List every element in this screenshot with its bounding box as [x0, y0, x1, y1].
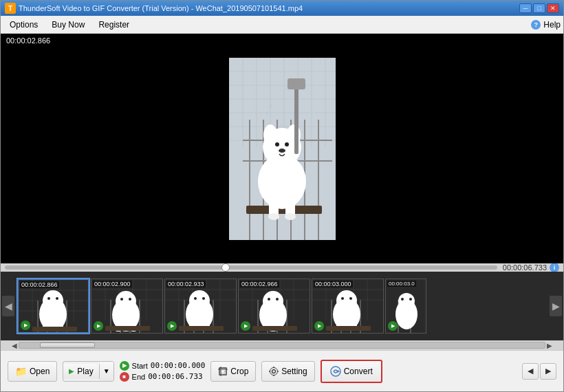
frame-time-4: 00:00:02.966 [240, 281, 279, 287]
svg-point-87 [189, 290, 210, 311]
svg-point-25 [263, 124, 277, 145]
play-icon: ▶ [69, 367, 74, 375]
film-frame-1[interactable]: 00:00:02.866 [17, 279, 89, 334]
svg-rect-128 [326, 326, 371, 331]
gear-icon [269, 367, 279, 376]
svg-point-52 [47, 297, 50, 300]
app-icon: T [5, 3, 16, 14]
close-button[interactable]: ✕ [547, 3, 559, 13]
frame-play-2[interactable]: ▶ [94, 321, 103, 331]
scrollbar-track[interactable] [19, 342, 545, 349]
video-content [1, 34, 563, 263]
svg-point-53 [56, 297, 58, 300]
play-label: Play [77, 367, 93, 376]
crop-button[interactable]: Crop [210, 361, 256, 382]
frame-play-6[interactable]: ▶ [388, 321, 398, 331]
main-window: T ThunderSoft Video to GIF Converter (Tr… [0, 0, 564, 392]
folder-icon: 📁 [15, 366, 27, 377]
svg-rect-34 [294, 85, 299, 154]
film-frame-4[interactable]: 00:00:02.966 ▶ [238, 279, 310, 334]
start-time-value: 00:00:00.000 [151, 361, 205, 370]
scroll-right-arrow[interactable]: ▶ [545, 342, 554, 349]
svg-point-36 [269, 105, 272, 107]
svg-point-71 [129, 298, 131, 301]
help-label: Help [543, 20, 561, 30]
frame-time-1: 00:00:02.866 [20, 281, 59, 288]
svg-point-105 [263, 291, 283, 312]
svg-point-141 [270, 367, 278, 375]
video-timestamp: 00:00:02.866 [6, 36, 50, 45]
svg-point-106 [268, 298, 270, 301]
svg-rect-74 [105, 326, 150, 331]
frame-play-1[interactable]: ▶ [21, 320, 30, 330]
start-label: Start [132, 362, 148, 370]
play-button-wrapper: ▶ Play ▼ [63, 361, 113, 382]
frame-play-5[interactable]: ▶ [314, 321, 324, 331]
convert-button[interactable]: Convert [321, 360, 382, 383]
film-frame-5[interactable]: 00:00:03.000 ▶ [312, 279, 384, 334]
help-icon: ? [531, 20, 541, 30]
svg-point-28 [285, 142, 289, 146]
svg-point-32 [268, 213, 279, 220]
end-time-value: 00:00:06.733 [148, 372, 202, 381]
video-area: 00:00:02.866 [1, 34, 563, 263]
setting-label: Setting [281, 367, 307, 376]
open-label: Open [30, 367, 50, 376]
svg-point-33 [285, 213, 296, 220]
svg-rect-56 [32, 327, 77, 331]
filmstrip-nav-left[interactable]: ◀ [2, 296, 14, 316]
menu-help[interactable]: ? Help [531, 20, 561, 30]
play-dropdown-button[interactable]: ▼ [100, 362, 113, 381]
svg-point-27 [275, 142, 279, 146]
duration-value: 00:00:06.733 [503, 263, 547, 272]
nav-arrows: ◀ ▶ [522, 363, 556, 380]
progress-thumb[interactable] [221, 263, 230, 272]
svg-point-89 [202, 297, 205, 300]
progress-track[interactable] [5, 265, 497, 270]
info-icon[interactable]: i [550, 263, 559, 272]
nav-next-button[interactable]: ▶ [540, 363, 556, 380]
time-display: ▶ Start 00:00:00.000 ■ End 00:00:06.733 [120, 361, 206, 382]
scrollbar-thumb[interactable] [40, 342, 95, 348]
svg-point-140 [272, 369, 276, 373]
svg-point-134 [401, 298, 404, 301]
end-time-row: ■ End 00:00:06.733 [120, 372, 206, 382]
scroll-left-arrow[interactable]: ◀ [10, 342, 19, 349]
progress-bar-area: 00:00:06.733 i [1, 263, 563, 272]
menu-register[interactable]: Register [92, 17, 135, 32]
svg-rect-35 [288, 78, 305, 89]
svg-point-69 [116, 291, 136, 312]
svg-point-107 [276, 298, 279, 301]
menu-options[interactable]: Options [3, 17, 44, 32]
frame-play-4[interactable]: ▶ [241, 321, 250, 331]
duration-display: 00:00:06.733 i [503, 263, 559, 272]
svg-marker-147 [338, 370, 340, 373]
start-icon: ▶ [120, 361, 129, 371]
film-frame-6[interactable]: 00:00:03.0 ▶ [385, 279, 426, 334]
svg-point-123 [336, 290, 357, 311]
film-frame-3[interactable]: 00:00:02.933 ▶ [164, 279, 237, 334]
open-button[interactable]: 📁 Open [8, 361, 57, 382]
minimize-button[interactable]: ─ [519, 3, 532, 13]
setting-button[interactable]: Setting [261, 361, 314, 382]
filmstrip-nav-right[interactable]: ▶ [550, 296, 562, 316]
frame-time-3: 00:00:02.933 [166, 281, 206, 287]
convert-label: Convert [344, 367, 373, 376]
title-bar: T ThunderSoft Video to GIF Converter (Tr… [1, 1, 563, 16]
nav-prev-button[interactable]: ◀ [522, 363, 539, 380]
svg-point-135 [409, 298, 412, 301]
film-frame-2[interactable]: 00:00:02.900 ▶ [91, 279, 163, 334]
bottom-toolbar: 📁 Open ▶ Play ▼ ▶ Start 00:00:00.000 ■ E… [1, 350, 563, 391]
frame-play-3[interactable]: ▶ [167, 321, 177, 331]
end-label: End [132, 373, 146, 381]
svg-point-37 [265, 111, 268, 113]
play-button[interactable]: ▶ Play [63, 364, 99, 379]
frame-time-2: 00:00:02.900 [93, 281, 132, 287]
crop-label: Crop [230, 367, 248, 376]
menu-bar: Options Buy Now Register ? Help [1, 16, 563, 34]
end-icon: ■ [120, 372, 129, 382]
maximize-button[interactable]: □ [533, 3, 545, 13]
frame-time-6: 00:00:03.0 [387, 281, 416, 287]
svg-point-29 [279, 149, 285, 153]
menu-buy-now[interactable]: Buy Now [45, 17, 91, 32]
